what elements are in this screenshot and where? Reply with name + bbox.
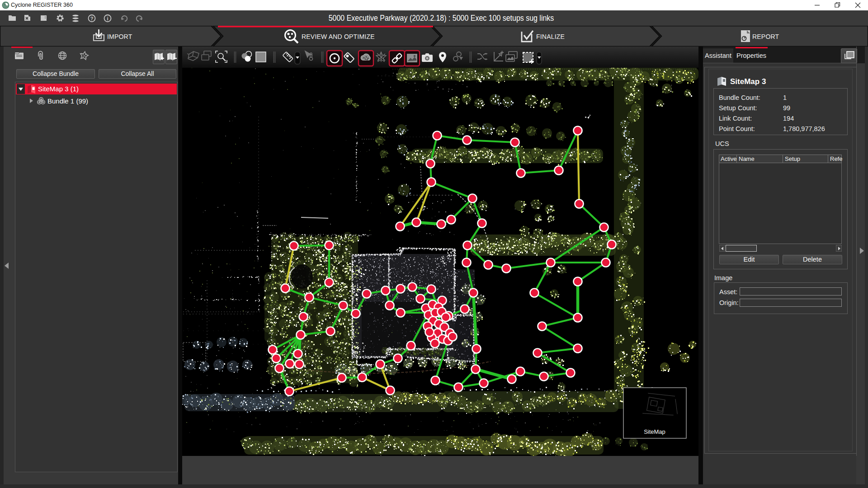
svg-text:SiteMap: SiteMap <box>644 428 665 435</box>
